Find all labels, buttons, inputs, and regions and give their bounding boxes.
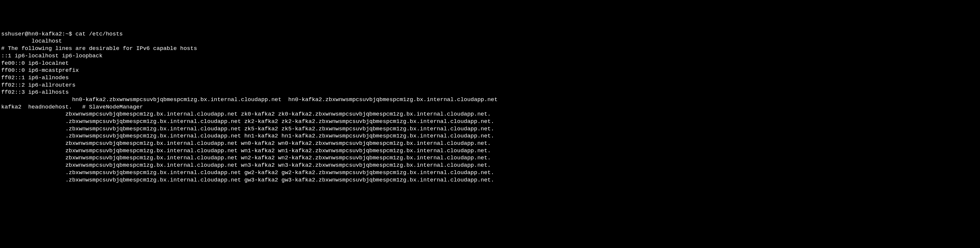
terminal-line: .zbxwnwsmpcsuvbjqbmespcm1zg.bx.internal.…	[1, 177, 979, 184]
terminal-line: sshuser@hn0-kafka2:~$ cat /etc/hosts	[1, 30, 979, 38]
terminal-line: hn0-kafka2.zbxwnwsmpcsuvbjqbmespcm1zg.bx…	[1, 96, 979, 103]
terminal-output[interactable]: sshuser@hn0-kafka2:~$ cat /etc/hosts loc…	[1, 30, 979, 183]
terminal-line: .zbxwnwsmpcsuvbjqbmespcm1zg.bx.internal.…	[1, 133, 979, 140]
terminal-line: zbxwnwsmpcsuvbjqbmespcm1zg.bx.internal.c…	[1, 111, 979, 118]
terminal-line: localhost	[1, 38, 979, 45]
terminal-line: ff02::3 ip6-allhosts	[1, 88, 979, 96]
terminal-line: # The following lines are desirable for …	[1, 45, 979, 52]
terminal-line: fe00::0 ip6-localnet	[1, 60, 979, 67]
terminal-line: ::1 ip6-localhost ip6-loopback	[1, 52, 979, 60]
terminal-line: zbxwnwsmpcsuvbjqbmespcm1zg.bx.internal.c…	[1, 140, 979, 147]
terminal-line: .zbxwnwsmpcsuvbjqbmespcm1zg.bx.internal.…	[1, 169, 979, 177]
terminal-line: zbxwnwsmpcsuvbjqbmespcm1zg.bx.internal.c…	[1, 162, 979, 169]
terminal-line: ff02::2 ip6-allrouters	[1, 82, 979, 89]
terminal-line: ff02::1 ip6-allnodes	[1, 74, 979, 82]
terminal-line: zbxwnwsmpcsuvbjqbmespcm1zg.bx.internal.c…	[1, 154, 979, 162]
terminal-line: kafka2 headnodehost. # SlaveNodeManager	[1, 103, 979, 111]
terminal-line: .zbxwnwsmpcsuvbjqbmespcm1zg.bx.internal.…	[1, 125, 979, 133]
terminal-line: ff00::0 ip6-mcastprefix	[1, 67, 979, 74]
terminal-line: .zbxwnwsmpcsuvbjqbmespcm1zg.bx.internal.…	[1, 118, 979, 125]
terminal-line: zbxwnwsmpcsuvbjqbmespcm1zg.bx.internal.c…	[1, 147, 979, 155]
